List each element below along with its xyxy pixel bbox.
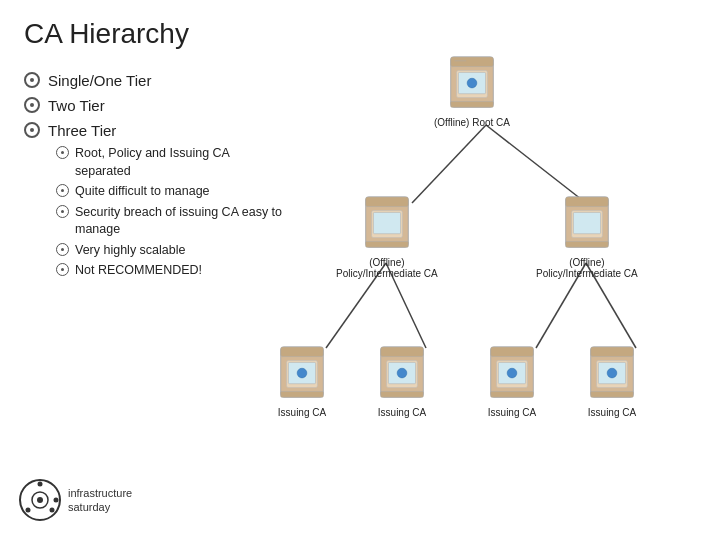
- svg-rect-42: [591, 347, 634, 357]
- bullet-label-three: Three Tier: [48, 120, 116, 141]
- svg-rect-9: [451, 101, 494, 107]
- svg-line-0: [412, 125, 486, 203]
- svg-rect-30: [381, 347, 424, 357]
- svg-rect-21: [566, 241, 609, 247]
- svg-rect-24: [281, 347, 324, 357]
- sub-bullet-icon-2: [56, 184, 69, 197]
- svg-rect-22: [573, 212, 600, 233]
- sub-bullet-icon-3: [56, 205, 69, 218]
- bullet-two: Two Tier: [24, 95, 284, 116]
- bullet-icon-single: [24, 72, 40, 88]
- svg-point-28: [297, 368, 307, 378]
- sub-bullet-1: Root, Policy and Issuing CA separated: [56, 145, 284, 180]
- svg-rect-16: [366, 241, 409, 247]
- left-panel: Single/One Tier Two Tier Three Tier Root…: [24, 70, 284, 283]
- server-icon-issuing3: [486, 345, 538, 405]
- svg-rect-17: [373, 212, 400, 233]
- svg-point-40: [507, 368, 517, 378]
- bullet-icon-two: [24, 97, 40, 113]
- sub-bullets: Root, Policy and Issuing CA separated Qu…: [56, 145, 284, 280]
- logo-text: infrastructure saturday: [68, 486, 132, 515]
- label-root-ca: (Offline) Root CA: [434, 117, 510, 128]
- server-issuing-ca-1: Issuing CA: [276, 345, 328, 418]
- svg-rect-38: [491, 391, 534, 397]
- svg-rect-44: [591, 391, 634, 397]
- svg-point-52: [26, 508, 31, 513]
- server-policy-ca-2: (Offline) Policy/Intermediate CA: [536, 195, 638, 279]
- server-icon-policy2: [561, 195, 613, 255]
- svg-line-1: [486, 125, 586, 203]
- logo-line2: saturday: [68, 500, 132, 514]
- server-icon-issuing2: [376, 345, 428, 405]
- sub-bullet-icon-1: [56, 146, 69, 159]
- logo-icon: [18, 478, 62, 522]
- svg-rect-14: [366, 197, 409, 207]
- svg-rect-32: [381, 391, 424, 397]
- svg-point-46: [607, 368, 617, 378]
- server-icon-issuing4: [586, 345, 638, 405]
- bullet-three: Three Tier: [24, 120, 284, 141]
- server-icon-issuing1: [276, 345, 328, 405]
- label-issuing-ca-4: Issuing CA: [588, 407, 636, 418]
- svg-point-53: [50, 508, 55, 513]
- sub-bullet-icon-5: [56, 263, 69, 276]
- sub-bullet-label-5: Not RECOMMENDED!: [75, 262, 202, 280]
- svg-rect-26: [281, 391, 324, 397]
- bullet-icon-three: [24, 122, 40, 138]
- sub-bullet-icon-4: [56, 243, 69, 256]
- sub-bullet-5: Not RECOMMENDED!: [56, 262, 284, 280]
- label-policy-ca-1: (Offline) Policy/Intermediate CA: [336, 257, 438, 279]
- svg-rect-7: [451, 57, 494, 67]
- server-issuing-ca-4: Issuing CA: [586, 345, 638, 418]
- label-issuing-ca-2: Issuing CA: [378, 407, 426, 418]
- sub-bullet-3: Security breach of issuing CA easy to ma…: [56, 204, 284, 239]
- ca-hierarchy-diagram: (Offline) Root CA (Offline) Policy/Inter…: [270, 55, 710, 525]
- sub-bullet-4: Very highly scalable: [56, 242, 284, 260]
- svg-point-51: [54, 498, 59, 503]
- page-title: CA Hierarchy: [0, 0, 720, 60]
- server-issuing-ca-2: Issuing CA: [376, 345, 428, 418]
- svg-point-50: [38, 482, 43, 487]
- server-root-ca: (Offline) Root CA: [434, 55, 510, 128]
- server-policy-ca-1: (Offline) Policy/Intermediate CA: [336, 195, 438, 279]
- sub-bullet-2: Quite difficult to manage: [56, 183, 284, 201]
- bullet-label-single: Single/One Tier: [48, 70, 151, 91]
- label-policy-ca-2: (Offline) Policy/Intermediate CA: [536, 257, 638, 279]
- label-issuing-ca-1: Issuing CA: [278, 407, 326, 418]
- label-issuing-ca-3: Issuing CA: [488, 407, 536, 418]
- sub-bullet-label-2: Quite difficult to manage: [75, 183, 210, 201]
- logo: infrastructure saturday: [18, 478, 132, 522]
- bullet-single: Single/One Tier: [24, 70, 284, 91]
- server-icon-policy1: [361, 195, 413, 255]
- sub-bullet-label-4: Very highly scalable: [75, 242, 185, 260]
- svg-point-11: [467, 78, 477, 88]
- sub-bullet-label-3: Security breach of issuing CA easy to ma…: [75, 204, 284, 239]
- svg-rect-36: [491, 347, 534, 357]
- server-icon-root: [446, 55, 498, 115]
- sub-bullet-label-1: Root, Policy and Issuing CA separated: [75, 145, 284, 180]
- bullet-label-two: Two Tier: [48, 95, 105, 116]
- svg-point-49: [37, 497, 43, 503]
- logo-line1: infrastructure: [68, 486, 132, 500]
- svg-point-34: [397, 368, 407, 378]
- server-issuing-ca-3: Issuing CA: [486, 345, 538, 418]
- svg-rect-19: [566, 197, 609, 207]
